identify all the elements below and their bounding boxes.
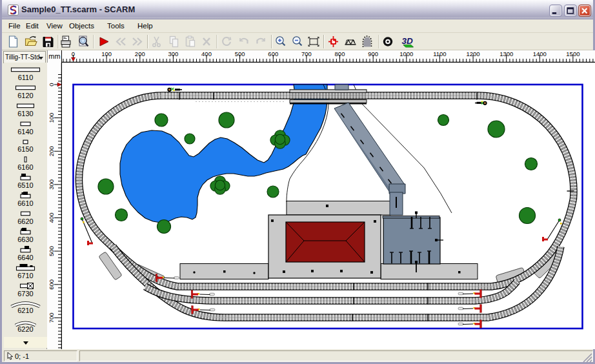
svg-text:300: 300 [168, 50, 178, 57]
svg-text:1500: 1500 [566, 50, 580, 57]
svg-text:6710: 6710 [17, 272, 33, 279]
svg-text:1300: 1300 [499, 50, 513, 57]
svg-text:6140: 6140 [17, 128, 33, 136]
svg-text:0: 0 [48, 83, 55, 86]
svg-text:6220: 6220 [17, 325, 33, 333]
svg-text:500: 500 [48, 246, 55, 256]
svg-text:6630: 6630 [17, 236, 33, 243]
svg-text:1200: 1200 [467, 50, 480, 57]
svg-text:400: 400 [201, 50, 212, 57]
svg-text:6510: 6510 [17, 181, 33, 189]
svg-text:0: 0 [72, 50, 75, 57]
svg-text:100: 100 [101, 50, 112, 57]
svg-text:3D: 3D [402, 36, 414, 46]
svg-text:100: 100 [48, 113, 55, 123]
svg-text:700: 700 [301, 50, 312, 57]
svg-text:6120: 6120 [17, 92, 33, 99]
svg-text:900: 900 [368, 50, 378, 57]
svg-text:400: 400 [48, 213, 55, 223]
svg-text:500: 500 [235, 50, 245, 57]
svg-text:1400: 1400 [533, 50, 547, 57]
svg-text:1100: 1100 [433, 50, 446, 57]
svg-text:6150: 6150 [17, 145, 33, 153]
svg-text:6730: 6730 [17, 290, 33, 298]
svg-text:300: 300 [48, 179, 55, 190]
svg-text:1000: 1000 [399, 50, 413, 57]
svg-text:6130: 6130 [17, 110, 33, 117]
svg-text:6210: 6210 [17, 307, 33, 314]
svg-text:6160: 6160 [17, 163, 33, 171]
svg-text:200: 200 [48, 146, 55, 156]
svg-text:800: 800 [335, 50, 345, 57]
svg-text:6610: 6610 [17, 199, 33, 207]
svg-text:6110: 6110 [18, 74, 34, 81]
svg-text:600: 600 [268, 50, 278, 57]
svg-text:6620: 6620 [17, 217, 33, 225]
svg-text:6640: 6640 [17, 254, 33, 261]
svg-text:600: 600 [48, 279, 55, 290]
svg-text:200: 200 [135, 50, 145, 57]
svg-text:700: 700 [48, 312, 55, 323]
